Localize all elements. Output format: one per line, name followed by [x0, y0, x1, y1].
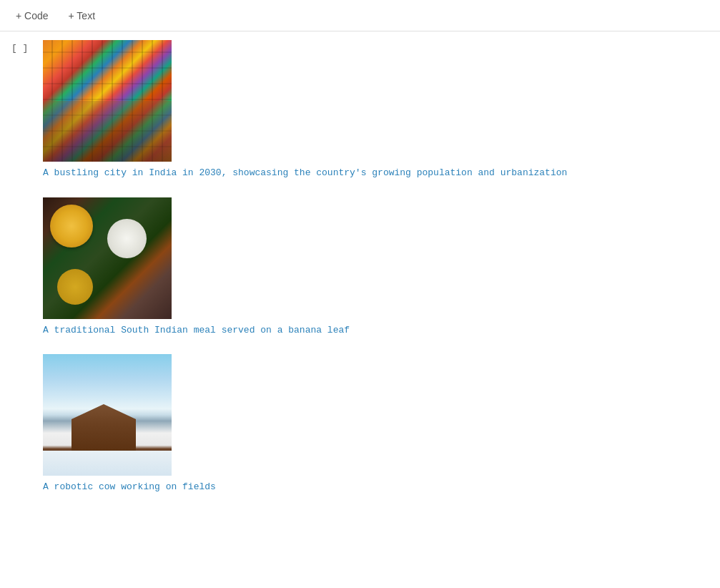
add-code-label: + Code [16, 10, 49, 21]
list-item: A traditional South Indian meal served o… [43, 197, 567, 338]
output-cell: [ ] A bustling city in India in 2030, sh… [11, 40, 720, 494]
add-text-button[interactable]: + Text [64, 7, 100, 24]
add-code-button[interactable]: + Code [11, 7, 53, 24]
image-snow [43, 354, 172, 476]
caption-food: A traditional South Indian meal served o… [43, 323, 567, 338]
toolbar: + Code + Text [0, 0, 720, 31]
cell-output: A bustling city in India in 2030, showca… [43, 40, 567, 494]
caption-snow: A robotic cow working on fields [43, 480, 567, 494]
list-item: A bustling city in India in 2030, showca… [43, 40, 567, 180]
notebook-content: [ ] A bustling city in India in 2030, sh… [0, 31, 720, 509]
caption-india-city: A bustling city in India in 2030, showca… [43, 166, 567, 180]
image-india-city [43, 40, 172, 162]
list-item: A robotic cow working on fields [43, 354, 567, 494]
food-decoration [57, 269, 93, 305]
add-text-label: + Text [69, 10, 96, 21]
cell-bracket: [ ] [11, 40, 37, 54]
image-food [43, 197, 172, 319]
